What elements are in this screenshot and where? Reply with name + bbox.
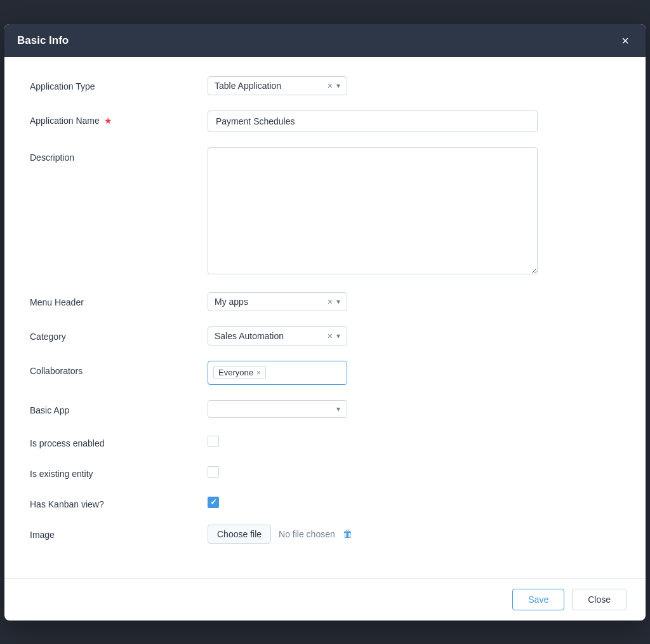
collaborators-tag-value: Everyone xyxy=(218,368,253,377)
basic-info-modal: Basic Info × Application Type Table Appl… xyxy=(4,24,646,621)
is-existing-entity-checkbox[interactable] xyxy=(208,466,219,478)
category-label: Category xyxy=(30,326,208,342)
description-label: Description xyxy=(30,147,208,163)
basic-app-control: ▾ xyxy=(208,400,620,418)
application-type-value: Table Application xyxy=(215,81,281,91)
basic-app-select[interactable]: ▾ xyxy=(208,400,347,418)
modal-close-button[interactable]: × xyxy=(618,33,633,48)
collaborators-label: Collaborators xyxy=(30,361,208,376)
collaborators-control: Everyone × xyxy=(208,361,620,385)
modal-title: Basic Info xyxy=(17,34,69,47)
is-process-enabled-checkbox[interactable] xyxy=(208,436,219,447)
modal-header: Basic Info × xyxy=(4,24,646,57)
basic-app-row: Basic App ▾ xyxy=(30,400,620,418)
menu-header-clear-button[interactable]: × xyxy=(328,297,333,306)
no-file-text: No file chosen xyxy=(279,529,335,539)
application-type-icons: × ▾ xyxy=(328,81,340,90)
menu-header-row: Menu Header My apps × ▾ xyxy=(30,292,620,311)
category-clear-button[interactable]: × xyxy=(328,332,333,340)
application-type-label: Application Type xyxy=(30,76,208,91)
has-kanban-view-label: Has Kanban view? xyxy=(30,494,208,509)
menu-header-control: My apps × ▾ xyxy=(208,292,620,311)
application-type-control: Table Application × ▾ xyxy=(208,76,620,95)
image-row: Image Choose file No file chosen 🗑 xyxy=(30,525,620,544)
menu-header-label: Menu Header xyxy=(30,292,208,307)
file-input-wrap: Choose file No file chosen 🗑 xyxy=(208,525,620,544)
application-type-clear-button[interactable]: × xyxy=(328,81,333,90)
has-kanban-view-checkbox[interactable] xyxy=(208,497,219,508)
menu-header-icons: × ▾ xyxy=(328,297,340,306)
is-process-enabled-label: Is process enabled xyxy=(30,433,208,448)
category-row: Category Sales Automation × ▾ xyxy=(30,326,620,345)
modal-footer: Save Close xyxy=(4,578,646,621)
category-control: Sales Automation × ▾ xyxy=(208,326,620,345)
description-textarea[interactable] xyxy=(208,147,538,274)
is-existing-entity-control xyxy=(208,464,620,478)
application-type-select[interactable]: Table Application × ▾ xyxy=(208,76,347,95)
collaborators-tag: Everyone × xyxy=(213,366,266,379)
has-kanban-view-row: Has Kanban view? xyxy=(30,494,620,509)
category-icons: × ▾ xyxy=(328,332,340,340)
basic-app-label: Basic App xyxy=(30,400,208,415)
menu-header-chevron-icon: ▾ xyxy=(336,297,340,306)
close-button[interactable]: Close xyxy=(572,589,627,610)
modal-body: Application Type Table Application × ▾ A… xyxy=(4,57,646,578)
collaborators-row: Collaborators Everyone × xyxy=(30,361,620,385)
application-name-control xyxy=(208,111,620,132)
application-name-label: Application Name ★ xyxy=(30,111,208,126)
has-kanban-view-control xyxy=(208,494,620,508)
application-name-row: Application Name ★ xyxy=(30,111,620,132)
category-value: Sales Automation xyxy=(215,331,284,341)
modal-overlay: Basic Info × Application Type Table Appl… xyxy=(0,0,650,644)
collaborators-input[interactable]: Everyone × xyxy=(208,361,347,385)
description-row: Description xyxy=(30,147,620,277)
application-type-chevron-icon: ▾ xyxy=(336,81,340,90)
required-star: ★ xyxy=(104,116,112,126)
application-name-input[interactable] xyxy=(208,111,538,132)
is-existing-entity-label: Is existing entity xyxy=(30,464,208,479)
category-select[interactable]: Sales Automation × ▾ xyxy=(208,326,347,345)
menu-header-value: My apps xyxy=(215,297,248,307)
is-existing-entity-row: Is existing entity xyxy=(30,464,620,479)
is-process-enabled-control xyxy=(208,433,620,447)
category-chevron-icon: ▾ xyxy=(336,332,340,340)
menu-header-select[interactable]: My apps × ▾ xyxy=(208,292,347,311)
save-button[interactable]: Save xyxy=(512,589,564,610)
trash-icon[interactable]: 🗑 xyxy=(343,528,353,540)
collaborators-tag-remove-button[interactable]: × xyxy=(256,369,261,377)
application-type-row: Application Type Table Application × ▾ xyxy=(30,76,620,95)
description-control xyxy=(208,147,620,277)
is-process-enabled-row: Is process enabled xyxy=(30,433,620,448)
image-control: Choose file No file chosen 🗑 xyxy=(208,525,620,544)
image-label: Image xyxy=(30,525,208,540)
choose-file-button[interactable]: Choose file xyxy=(208,525,271,544)
basic-app-chevron-icon: ▾ xyxy=(336,405,340,413)
